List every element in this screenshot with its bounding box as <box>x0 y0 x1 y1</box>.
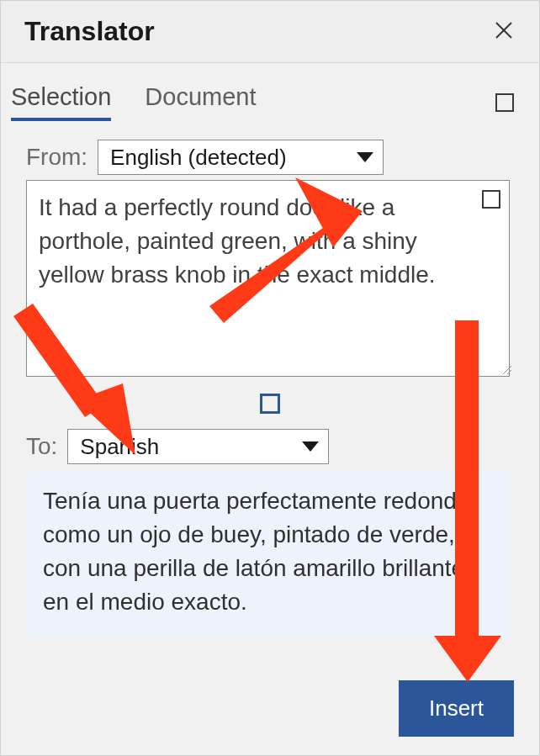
svg-marker-2 <box>357 152 373 162</box>
pin-icon[interactable] <box>495 93 514 112</box>
tab-document[interactable]: Document <box>145 83 256 121</box>
translator-panel: Translator Selection Document From: Engl… <box>0 0 540 756</box>
source-text-input[interactable] <box>26 180 510 377</box>
svg-line-4 <box>507 370 511 374</box>
from-language-select[interactable]: English (detected) <box>98 140 384 175</box>
resize-handle-icon[interactable] <box>500 363 512 375</box>
source-pin-icon[interactable] <box>482 190 500 209</box>
tab-selection[interactable]: Selection <box>11 83 111 121</box>
footer: Insert <box>399 680 514 737</box>
close-icon[interactable] <box>494 19 514 45</box>
from-row: From: English (detected) <box>26 140 514 175</box>
panel-header: Translator <box>1 1 539 63</box>
svg-marker-11 <box>434 636 501 682</box>
translation-output: Tenía una puerta perfectamente redonda c… <box>26 469 510 639</box>
tabs: Selection Document <box>11 83 495 121</box>
to-language-select[interactable]: Spanish <box>67 429 329 464</box>
chevron-down-icon <box>301 441 320 452</box>
chevron-down-icon <box>356 151 374 163</box>
panel-title: Translator <box>24 16 155 47</box>
from-label: From: <box>26 144 87 171</box>
swap-row <box>1 377 539 429</box>
svg-marker-5 <box>302 441 319 452</box>
tabs-row: Selection Document <box>1 63 539 121</box>
to-label: To: <box>26 433 57 460</box>
insert-button[interactable]: Insert <box>399 680 514 737</box>
svg-line-3 <box>503 366 511 374</box>
to-row: To: Spanish <box>26 429 514 464</box>
to-section: To: Spanish Tenía una puerta perfectamen… <box>1 429 539 639</box>
to-language-value: Spanish <box>80 434 159 460</box>
from-section: From: English (detected) <box>1 121 539 377</box>
from-language-value: English (detected) <box>110 145 287 171</box>
source-text-wrap <box>26 180 514 377</box>
swap-icon[interactable] <box>260 394 280 414</box>
